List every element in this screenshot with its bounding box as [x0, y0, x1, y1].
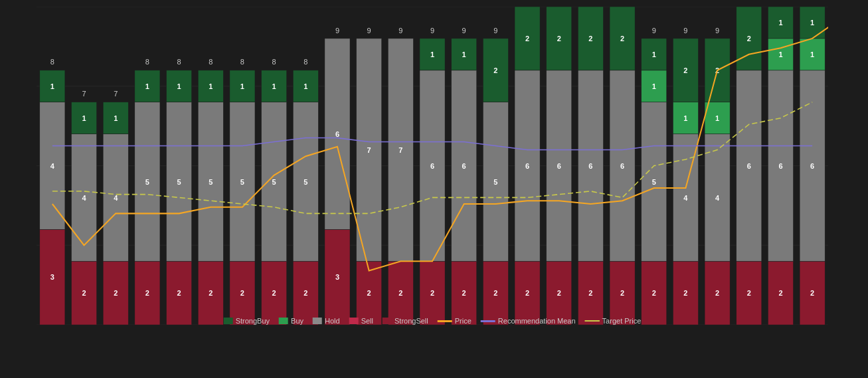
- svg-text:1: 1: [778, 50, 782, 58]
- svg-text:7: 7: [82, 90, 86, 98]
- svg-text:5: 5: [177, 177, 181, 185]
- svg-text:4: 4: [50, 161, 55, 169]
- svg-text:9: 9: [493, 26, 497, 34]
- targetprice-line-swatch: [585, 320, 600, 322]
- svg-text:5: 5: [493, 177, 497, 185]
- svg-text:2: 2: [778, 289, 782, 297]
- legend-strongsell-label: StrongSell: [394, 317, 428, 325]
- svg-text:6: 6: [810, 161, 814, 169]
- svg-text:8: 8: [304, 58, 307, 66]
- svg-text:2: 2: [588, 289, 592, 297]
- svg-text:2: 2: [462, 289, 466, 297]
- svg-text:9: 9: [335, 26, 339, 34]
- price-line-swatch: [438, 320, 452, 322]
- svg-text:1: 1: [50, 82, 54, 90]
- svg-text:2: 2: [493, 66, 497, 74]
- svg-text:2: 2: [304, 289, 307, 297]
- legend-targetprice-label: Target Price: [602, 317, 642, 325]
- recmean-line-swatch: [481, 320, 495, 322]
- hold-swatch: [313, 318, 322, 324]
- svg-text:2: 2: [272, 289, 276, 297]
- svg-text:6: 6: [588, 161, 592, 169]
- svg-text:9: 9: [462, 26, 466, 34]
- svg-text:1: 1: [82, 114, 86, 122]
- svg-text:2: 2: [747, 35, 751, 43]
- svg-text:4: 4: [82, 193, 86, 201]
- svg-text:2: 2: [525, 289, 529, 297]
- legend-buy-label: Buy: [291, 317, 304, 325]
- svg-text:6: 6: [462, 161, 466, 169]
- legend-sell-label: Sell: [361, 317, 373, 325]
- svg-text:2: 2: [652, 289, 656, 297]
- svg-text:2: 2: [620, 35, 624, 43]
- legend-rec-mean: Recommendation Mean: [481, 317, 576, 325]
- svg-text:9: 9: [652, 26, 656, 34]
- svg-text:4: 4: [715, 193, 720, 201]
- svg-text:5: 5: [304, 177, 307, 185]
- svg-text:2: 2: [398, 289, 402, 297]
- svg-text:2: 2: [209, 289, 213, 297]
- svg-text:2: 2: [114, 289, 118, 297]
- svg-text:6: 6: [557, 161, 561, 169]
- svg-text:1: 1: [652, 50, 656, 58]
- svg-text:6: 6: [778, 161, 782, 169]
- svg-text:1: 1: [114, 114, 118, 122]
- svg-text:8: 8: [272, 58, 276, 66]
- svg-text:1: 1: [652, 82, 656, 90]
- svg-text:1: 1: [810, 19, 814, 27]
- svg-text:2: 2: [82, 289, 86, 297]
- svg-text:2: 2: [557, 289, 561, 297]
- svg-text:9: 9: [367, 26, 371, 34]
- svg-text:6: 6: [747, 161, 751, 169]
- main-svg: 0.75 1.00 1.25 1.50 1.75 Price-(AUD) 1-S…: [37, 7, 828, 325]
- legend-sell: Sell: [349, 317, 373, 325]
- svg-text:2: 2: [620, 289, 624, 297]
- svg-text:8: 8: [177, 58, 181, 66]
- legend-price: Price: [438, 317, 472, 325]
- svg-text:2: 2: [683, 66, 687, 74]
- svg-text:6: 6: [525, 161, 529, 169]
- svg-text:6: 6: [620, 161, 624, 169]
- svg-text:5: 5: [240, 177, 244, 185]
- svg-text:6: 6: [430, 161, 434, 169]
- svg-text:2: 2: [367, 289, 371, 297]
- legend-recmean-label: Recommendation Mean: [498, 317, 576, 325]
- svg-text:2: 2: [715, 289, 719, 297]
- legend-buy: Buy: [279, 317, 304, 325]
- svg-text:5: 5: [272, 177, 276, 185]
- legend-price-label: Price: [455, 317, 472, 325]
- svg-text:2: 2: [683, 289, 687, 297]
- legend-hold-label: Hold: [325, 317, 340, 325]
- svg-text:5: 5: [652, 177, 656, 185]
- svg-text:1: 1: [810, 50, 814, 58]
- legend-strong-sell: StrongSell: [383, 317, 428, 325]
- svg-text:2: 2: [145, 289, 149, 297]
- svg-text:1: 1: [304, 82, 307, 90]
- svg-text:1: 1: [462, 50, 466, 58]
- svg-text:2: 2: [430, 289, 434, 297]
- svg-text:2: 2: [747, 289, 751, 297]
- legend-strong-buy: StrongBuy: [224, 317, 270, 325]
- svg-text:5: 5: [145, 177, 149, 185]
- svg-text:2: 2: [240, 289, 244, 297]
- svg-text:3: 3: [50, 273, 54, 281]
- chart-area: 0.75 1.00 1.25 1.50 1.75 Price-(AUD) 1-S…: [37, 7, 828, 325]
- svg-text:7: 7: [367, 146, 371, 154]
- svg-text:8: 8: [209, 58, 213, 66]
- svg-text:2: 2: [525, 35, 529, 43]
- svg-text:2: 2: [557, 35, 561, 43]
- svg-text:6: 6: [335, 130, 339, 138]
- strongbuy-swatch: [224, 318, 233, 324]
- svg-text:1: 1: [145, 82, 149, 90]
- svg-text:1: 1: [430, 50, 434, 58]
- legend-strongbuy-label: StrongBuy: [236, 317, 270, 325]
- chart-container: 0.75 1.00 1.25 1.50 1.75 Price-(AUD) 1-S…: [0, 0, 868, 378]
- svg-text:1: 1: [209, 82, 213, 90]
- svg-text:8: 8: [50, 58, 54, 66]
- legend-hold: Hold: [313, 317, 340, 325]
- svg-text:1: 1: [683, 114, 687, 122]
- svg-text:1: 1: [272, 82, 276, 90]
- svg-text:9: 9: [430, 26, 434, 34]
- svg-text:9: 9: [398, 26, 402, 34]
- strongsell-swatch: [383, 318, 392, 324]
